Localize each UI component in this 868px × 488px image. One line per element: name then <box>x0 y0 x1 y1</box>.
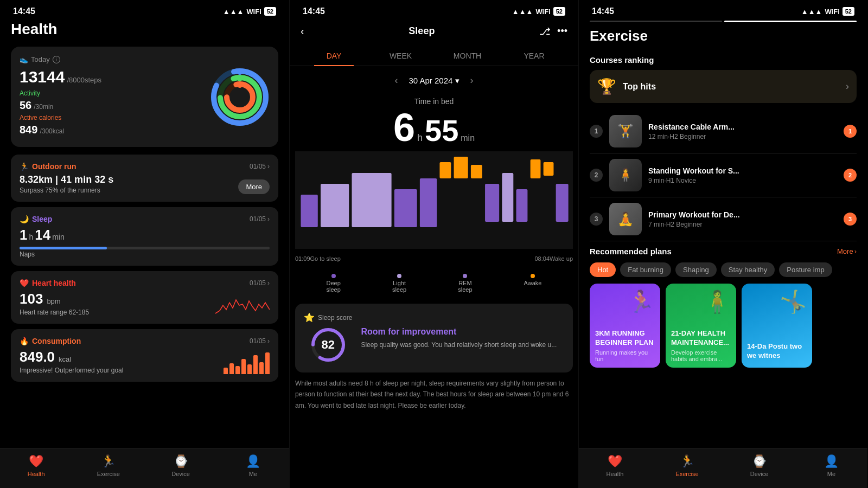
sleep-body-text: While most adults need 8 h of sleep per … <box>290 378 578 411</box>
plan-card-3[interactable]: 🤸 14-Da Postu two we witnes <box>742 284 812 368</box>
legend-deep: Deepsleep <box>327 274 341 293</box>
activity-label: Activity <box>20 89 40 97</box>
course-item-2[interactable]: 2 🧍 Standing Workout for S... 9 min·H1 N… <box>590 153 857 197</box>
sleep-chart <box>290 151 578 249</box>
plan-label-3: 14-Da Postu two we witnes <box>747 342 807 361</box>
exercise-nav-icon-3: 🏃 <box>680 454 694 468</box>
svg-rect-18 <box>485 184 499 222</box>
top-hits-card[interactable]: 🏆 Top hits › <box>590 70 857 103</box>
prev-date-button[interactable]: ‹ <box>394 75 398 86</box>
sleep-screen: 14:45 ▲▲▲ WiFi 52 ‹ Sleep ⎇ ••• DAY WEEK… <box>289 0 578 488</box>
nav-me-3[interactable]: 👤 Me <box>795 454 867 477</box>
plan-cards: 🏃 3KM RUNNING BEGINNER PLAN Running make… <box>579 284 867 368</box>
activity-value: 56 <box>20 99 31 112</box>
sleep-date: 01/05 › <box>250 215 270 223</box>
recommended-plans-title: Recommended plans <box>590 247 672 256</box>
tab-week[interactable]: WEEK <box>367 46 434 66</box>
tab-year[interactable]: YEAR <box>501 46 567 66</box>
heart-header: ❤️ Heart health 01/05 › <box>20 279 270 287</box>
moon-icon: 🌙 <box>20 215 29 223</box>
sleep-chart-svg <box>295 151 573 249</box>
course-item-1[interactable]: 1 🏋️ Resistance Cable Arm... 12 min·H2 B… <box>590 110 857 153</box>
sleep-score-card: ⭐ Sleep score 82 Room for improvement Sl… <box>295 304 573 373</box>
exercise-nav-label-3: Exercise <box>675 471 698 477</box>
nav-health-3[interactable]: ❤️ Health <box>579 454 651 477</box>
nav-device[interactable]: ⌚ Device <box>145 454 217 477</box>
run-icon: 🏃 <box>20 162 29 171</box>
wifi-icon-3: WiFi <box>825 8 839 16</box>
score-description: Sleep quality was good. You had relative… <box>361 340 557 350</box>
consumption-header: 🔥 Consumption 01/05 › <box>20 337 270 345</box>
nav-health[interactable]: ❤️ Health <box>0 454 72 477</box>
sleep-min-label: min <box>52 233 65 241</box>
wifi-icon: WiFi <box>246 8 261 16</box>
chevron-right-icon-2: › <box>267 215 270 223</box>
score-right: Room for improvement Sleep quality was g… <box>361 327 557 350</box>
calories-label: Active calories <box>20 114 61 121</box>
sleep-progress-bg <box>20 247 270 249</box>
deep-sleep-dot <box>331 274 336 278</box>
filter-fat[interactable]: Fat burning <box>620 262 671 277</box>
course-info-1: Resistance Cable Arm... 12 min·H2 Beginn… <box>648 123 837 140</box>
heart-body: 103 bpm Heart rate range 62-185 <box>20 291 270 316</box>
plan-sub-2: Develop exercise habits and embra... <box>671 349 731 362</box>
course-rank-3: 3 <box>590 213 603 226</box>
heart-rate-row: 103 bpm <box>20 291 89 307</box>
outdoor-run-header: 🏃 Outdoor run 01/05 › <box>20 162 270 171</box>
status-icons-2: ▲▲▲ WiFi 52 <box>512 7 565 16</box>
outdoor-run-body: 8.32km | 41 min 32 s Surpass 75% of the … <box>20 174 270 194</box>
bar-6 <box>253 355 258 374</box>
plan-label-1: 3KM RUNNING BEGINNER PLAN <box>595 329 655 348</box>
more-icon[interactable]: ••• <box>557 25 567 37</box>
tab-day[interactable]: DAY <box>301 46 367 66</box>
course-item-3[interactable]: 3 🧘 Primary Workout for De... 7 min·H2 B… <box>590 197 857 241</box>
course-name-1: Resistance Cable Arm... <box>648 123 837 131</box>
course-name-3: Primary Workout for De... <box>648 210 837 219</box>
plan-card-2[interactable]: 🧍 21-DAY HEALTH MAINTENANCE... Develop e… <box>666 284 736 368</box>
heart-date: 01/05 › <box>250 279 270 287</box>
filter-healthy[interactable]: Stay healthy <box>721 262 775 277</box>
svg-rect-14 <box>420 178 437 227</box>
course-list: 1 🏋️ Resistance Cable Arm... 12 min·H2 B… <box>590 110 857 241</box>
more-button-plans[interactable]: More › <box>837 247 857 255</box>
next-date-button[interactable]: › <box>470 75 474 86</box>
outdoor-run-date: 01/05 › <box>250 163 270 170</box>
nav-exercise[interactable]: 🏃 Exercise <box>72 454 144 477</box>
share-icon[interactable]: ⎇ <box>539 25 551 37</box>
nav-exercise-3[interactable]: 🏃 Exercise <box>651 454 723 477</box>
date-navigation: ‹ 30 Apr 2024 ▾ › <box>290 75 578 86</box>
nav-device-3[interactable]: ⌚ Device <box>723 454 795 477</box>
sleep-chart-labels: 01:09Go to sleep 08:04Wake up <box>290 253 578 264</box>
course-info-2: Standing Workout for S... 9 min·H1 Novic… <box>648 166 837 184</box>
shoe-icon: 👟 <box>20 55 28 63</box>
filter-posture[interactable]: Posture imp <box>779 262 832 277</box>
filter-hot[interactable]: Hot <box>590 262 616 277</box>
bar-8 <box>265 352 270 374</box>
battery-2: 52 <box>553 7 565 16</box>
sleep-tabs: DAY WEEK MONTH YEAR <box>290 46 578 66</box>
filter-shaping[interactable]: Shaping <box>675 262 717 277</box>
heart-rate: 103 <box>20 291 43 307</box>
more-button[interactable]: More <box>238 179 270 194</box>
signal-icon-3: ▲▲▲ <box>801 8 822 16</box>
consumption-value: 849.0 <box>20 349 55 365</box>
tab-month[interactable]: MONTH <box>434 46 501 66</box>
plan-card-1[interactable]: 🏃 3KM RUNNING BEGINNER PLAN Running make… <box>590 284 660 368</box>
consumption-title: 🔥 Consumption <box>20 337 81 345</box>
nav-me[interactable]: 👤 Me <box>217 454 289 477</box>
sleep-h-big: h <box>417 132 423 144</box>
chevron-right-icon-3: › <box>267 279 270 287</box>
wifi-icon-2: WiFi <box>535 8 550 16</box>
exercise-nav-icon: 🏃 <box>101 454 116 468</box>
chevron-right-icon-4: › <box>267 337 270 345</box>
consumption-barchart <box>224 352 270 374</box>
svg-point-7 <box>238 77 242 81</box>
course-rank-right-2: 2 <box>844 169 857 182</box>
info-icon: i <box>53 56 60 63</box>
rem-sleep-label: REMsleep <box>458 280 472 293</box>
sleep-legend: Deepsleep Lightsleep REMsleep Awake <box>290 269 578 297</box>
svg-rect-12 <box>352 173 391 227</box>
back-button[interactable]: ‹ <box>301 25 304 37</box>
course-emoji-1: 🏋️ <box>617 124 634 139</box>
sleep-actions: ⎇ ••• <box>539 25 567 37</box>
